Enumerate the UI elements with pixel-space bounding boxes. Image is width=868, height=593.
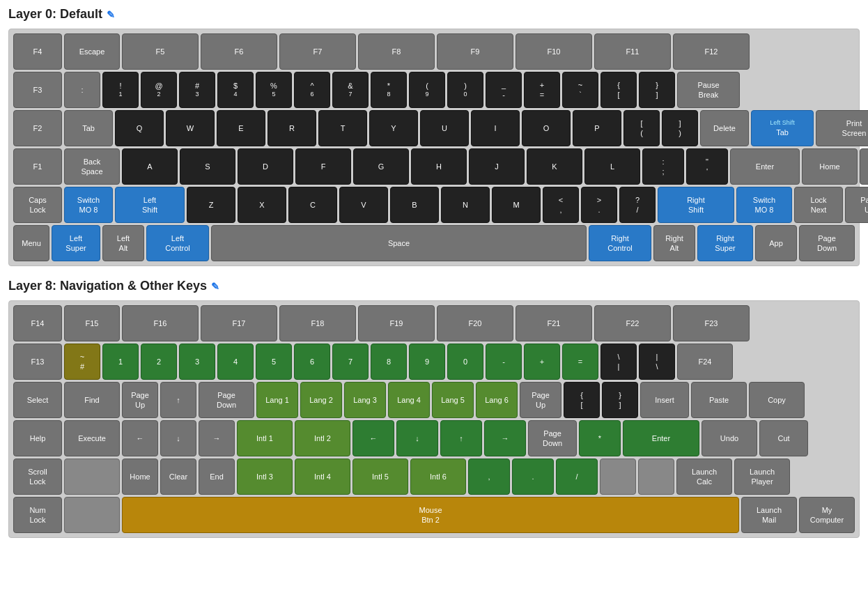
key-l8-0[interactable]: 0 bbox=[447, 344, 483, 380]
key-o[interactable]: O bbox=[522, 110, 571, 146]
key-f3[interactable]: F3 bbox=[13, 72, 62, 108]
key-right-shift[interactable]: RightShift bbox=[658, 187, 734, 223]
key-left-shift-tab[interactable]: Left Shift Tab bbox=[751, 110, 814, 146]
key-delete[interactable]: Delete bbox=[700, 110, 749, 146]
key-f15[interactable]: F15 bbox=[64, 305, 120, 341]
key-pause-break[interactable]: PauseBreak bbox=[677, 72, 740, 108]
key-f6[interactable]: F6 bbox=[201, 33, 277, 70]
key-end[interactable]: End bbox=[860, 148, 868, 185]
key-page-down[interactable]: PageDown bbox=[799, 225, 855, 261]
key-switch-mo8-right[interactable]: SwitchMO 8 bbox=[736, 187, 792, 223]
key-semicolon[interactable]: :; bbox=[642, 148, 684, 185]
key-i[interactable]: I bbox=[471, 110, 520, 146]
key-intl1[interactable]: Intl 1 bbox=[237, 420, 293, 456]
key-paste[interactable]: Paste bbox=[691, 382, 747, 418]
key-escape[interactable]: Escape bbox=[64, 33, 120, 70]
key-f20[interactable]: F20 bbox=[437, 305, 513, 341]
key-menu[interactable]: Menu bbox=[13, 225, 49, 261]
key-right-super[interactable]: RightSuper bbox=[697, 225, 753, 261]
key-b[interactable]: B bbox=[390, 187, 439, 223]
key-5[interactable]: %5 bbox=[256, 72, 292, 108]
key-l8-backslash1[interactable]: \| bbox=[600, 344, 637, 380]
key-select[interactable]: Select bbox=[13, 382, 62, 418]
key-f8[interactable]: F8 bbox=[358, 33, 435, 70]
key-s[interactable]: S bbox=[180, 148, 235, 185]
key-v[interactable]: V bbox=[339, 187, 388, 223]
key-l8-8[interactable]: 8 bbox=[371, 344, 407, 380]
key-0[interactable]: )0 bbox=[447, 72, 483, 108]
key-l8-left2[interactable]: ← bbox=[352, 420, 394, 456]
key-l8-page-down2[interactable]: PageDown bbox=[528, 420, 577, 456]
key-l8-6[interactable]: 6 bbox=[294, 344, 330, 380]
key-6[interactable]: ^6 bbox=[294, 72, 330, 108]
key-l8-3[interactable]: 3 bbox=[179, 344, 215, 380]
key-k[interactable]: K bbox=[527, 148, 582, 185]
key-f12[interactable]: F12 bbox=[673, 33, 750, 70]
key-launch-player[interactable]: LaunchPlayer bbox=[734, 459, 790, 495]
key-l8-asterisk[interactable]: * bbox=[579, 420, 621, 456]
key-l8-period[interactable]: . bbox=[512, 459, 554, 495]
key-l8-clear[interactable]: Clear bbox=[160, 459, 196, 495]
key-u[interactable]: U bbox=[420, 110, 469, 146]
key-help[interactable]: Help bbox=[13, 420, 62, 456]
key-f19[interactable]: F19 bbox=[358, 305, 435, 341]
key-lang6[interactable]: Lang 6 bbox=[476, 382, 518, 418]
key-2[interactable]: @2 bbox=[141, 72, 177, 108]
key-l8-lbrace[interactable]: {[ bbox=[564, 382, 600, 418]
key-l8-comma[interactable]: , bbox=[468, 459, 510, 495]
key-lang5[interactable]: Lang 5 bbox=[432, 382, 474, 418]
key-f10[interactable]: F10 bbox=[516, 33, 592, 70]
key-mouse-btn2[interactable]: MouseBtn 2 bbox=[122, 497, 739, 533]
key-enter[interactable]: Enter bbox=[730, 148, 800, 185]
key-l8-up-arrow[interactable]: ↑ bbox=[160, 382, 196, 418]
key-f[interactable]: F bbox=[295, 148, 351, 185]
key-l8-backslash2[interactable]: |\ bbox=[639, 344, 675, 380]
key-f18[interactable]: F18 bbox=[279, 305, 356, 341]
key-cut[interactable]: Cut bbox=[759, 420, 808, 456]
key-find[interactable]: Find bbox=[64, 382, 120, 418]
key-lang4[interactable]: Lang 4 bbox=[388, 382, 430, 418]
key-num-lock[interactable]: NumLock bbox=[13, 497, 62, 533]
key-l8-2[interactable]: 2 bbox=[141, 344, 177, 380]
key-left-shift[interactable]: LeftShift bbox=[115, 187, 185, 223]
key-z[interactable]: Z bbox=[187, 187, 235, 223]
key-equals[interactable]: += bbox=[524, 72, 560, 108]
key-8[interactable]: *8 bbox=[371, 72, 407, 108]
key-l8-fslash[interactable]: / bbox=[556, 459, 598, 495]
key-g[interactable]: G bbox=[353, 148, 409, 185]
key-rbracket[interactable]: ]) bbox=[662, 110, 698, 146]
key-l8-enter[interactable]: Enter bbox=[623, 420, 699, 456]
key-f4[interactable]: F4 bbox=[13, 33, 62, 70]
key-f16[interactable]: F16 bbox=[122, 305, 199, 341]
key-slash[interactable]: ?/ bbox=[619, 187, 656, 223]
key-e[interactable]: E bbox=[217, 110, 265, 146]
key-l8-rbrace[interactable]: }] bbox=[602, 382, 638, 418]
key-l8-1[interactable]: 1 bbox=[102, 344, 139, 380]
key-l8-end[interactable]: End bbox=[199, 459, 235, 495]
key-l8-4[interactable]: 4 bbox=[217, 344, 254, 380]
key-launch-calc[interactable]: LaunchCalc bbox=[676, 459, 732, 495]
key-f2[interactable]: F2 bbox=[13, 110, 62, 146]
key-space[interactable]: Space bbox=[211, 225, 587, 261]
key-colon[interactable]: : bbox=[64, 72, 100, 108]
key-launch-mail[interactable]: LaunchMail bbox=[741, 497, 797, 533]
key-n[interactable]: N bbox=[441, 187, 490, 223]
key-l8-5[interactable]: 5 bbox=[256, 344, 292, 380]
key-r[interactable]: R bbox=[268, 110, 316, 146]
key-left-alt[interactable]: LeftAlt bbox=[102, 225, 144, 261]
key-7[interactable]: &7 bbox=[332, 72, 369, 108]
key-j[interactable]: J bbox=[469, 148, 525, 185]
key-my-computer[interactable]: MyComputer bbox=[799, 497, 855, 533]
key-f11[interactable]: F11 bbox=[594, 33, 671, 70]
key-tilde[interactable]: ~` bbox=[562, 72, 598, 108]
key-f9[interactable]: F9 bbox=[437, 33, 513, 70]
key-backspace[interactable]: BackSpace bbox=[64, 148, 120, 185]
key-l8-plus[interactable]: + bbox=[524, 344, 560, 380]
key-l8-7[interactable]: 7 bbox=[332, 344, 369, 380]
key-4[interactable]: $4 bbox=[217, 72, 254, 108]
key-page-up[interactable]: PageUp bbox=[845, 187, 868, 223]
key-intl2[interactable]: Intl 2 bbox=[295, 420, 350, 456]
key-l8-right2[interactable]: → bbox=[484, 420, 526, 456]
key-lang2[interactable]: Lang 2 bbox=[300, 382, 342, 418]
key-caps-lock[interactable]: CapsLock bbox=[13, 187, 62, 223]
